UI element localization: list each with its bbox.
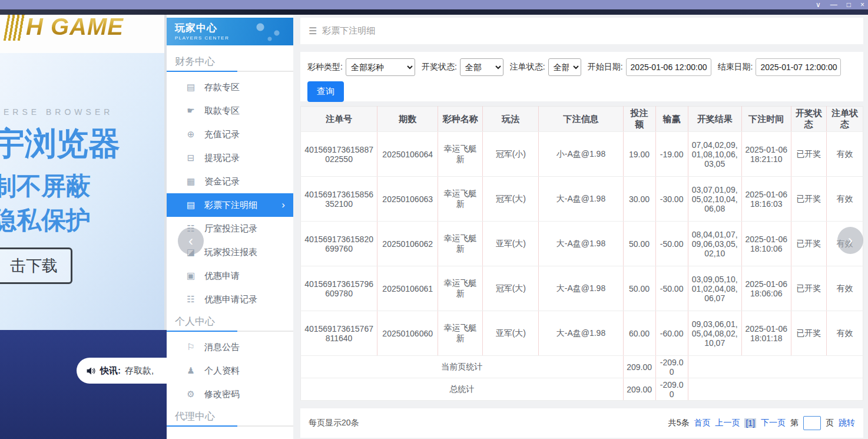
top-dark-strip bbox=[0, 9, 868, 15]
cell: 2025-01-06 18:01:18 bbox=[741, 311, 791, 356]
breadcrumb: ☰ 彩票下注明细 bbox=[300, 18, 863, 44]
promo-record-icon: ☷ bbox=[185, 294, 196, 305]
jump-page-input[interactable] bbox=[803, 416, 821, 430]
download-button[interactable]: 击下载 bbox=[0, 247, 72, 284]
bet-detail-icon: ▤ bbox=[185, 200, 196, 210]
sidebar-item[interactable]: ☷优惠申请记录 bbox=[167, 288, 293, 311]
current-page-indicator: [1] bbox=[744, 418, 756, 428]
cell: 有效 bbox=[826, 177, 863, 222]
cell: 冠军(小) bbox=[483, 132, 539, 177]
draw-status-label: 开奖状态: bbox=[422, 62, 457, 72]
cell: 亚军(大) bbox=[483, 222, 539, 266]
withdraw-icon: ⊟ bbox=[185, 153, 196, 163]
hamburger-menu-icon[interactable]: ☰ bbox=[309, 25, 317, 37]
bell-icon: ⚐ bbox=[185, 342, 196, 352]
card-icon: ▤ bbox=[185, 82, 196, 93]
cell: -50.00 bbox=[655, 222, 688, 266]
sidebar-item[interactable]: ▤存款专区 bbox=[167, 75, 293, 99]
cell: 2025-01-06 18:10:06 bbox=[741, 222, 791, 266]
draw-status-select[interactable]: 全部 bbox=[460, 58, 503, 76]
cell: 幸运飞艇新 bbox=[438, 177, 483, 222]
sidebar-item[interactable]: ▤彩票下注明细› bbox=[167, 193, 293, 217]
cell: 20250106064 bbox=[377, 132, 438, 177]
start-date-input[interactable] bbox=[626, 58, 711, 76]
jump-button[interactable]: 跳转 bbox=[839, 418, 855, 428]
query-button[interactable]: 查询 bbox=[307, 81, 344, 102]
news-ticker: 快讯: 存取款, bbox=[77, 358, 177, 384]
cell: -30.00 bbox=[655, 177, 688, 222]
sidebar-item[interactable]: ⊕充值记录 bbox=[167, 123, 293, 146]
column-header: 彩种名称 bbox=[438, 107, 483, 132]
cell: 有效 bbox=[826, 311, 863, 356]
cell: -50.00 bbox=[655, 266, 688, 311]
ad-line2: 隐私保护 bbox=[0, 204, 91, 237]
logo-text: H GAME bbox=[26, 14, 124, 40]
cell: 401569173615796609780 bbox=[301, 266, 377, 311]
page-dark-footer bbox=[0, 330, 167, 439]
cell: 20250106062 bbox=[377, 222, 438, 266]
sidebar-item[interactable]: ☛取款专区 bbox=[167, 99, 293, 123]
cell: 401569173615767811640 bbox=[301, 311, 377, 356]
end-date-input[interactable] bbox=[756, 58, 841, 76]
minimize-icon[interactable]: — bbox=[830, 1, 837, 9]
bet-table-card: 注单号期数彩种名称玩法下注信息投注额输赢开奖结果下注时间开奖状态注单状态4015… bbox=[300, 106, 863, 401]
cell: -19.00 bbox=[655, 132, 688, 177]
sidebar-item-label: 个人资料 bbox=[204, 365, 240, 377]
cell: 大-A盘@1.98 bbox=[539, 222, 623, 266]
sidebar-header: 玩家中心 PLAYERS CENTER bbox=[167, 18, 293, 45]
close-icon[interactable]: × bbox=[860, 1, 864, 9]
cell: 20250106061 bbox=[377, 266, 438, 311]
filter-panel: 彩种类型: 全部彩种 开奖状态: 全部 注单状态: 全部 开始日期: 结束日期:… bbox=[300, 52, 863, 101]
cell: 2025-01-06 18:16:03 bbox=[741, 177, 791, 222]
cell: 401569173615856352100 bbox=[301, 177, 377, 222]
summary-bet-total: 209.00 bbox=[623, 378, 655, 401]
scroll-next-button[interactable]: › bbox=[837, 227, 863, 254]
sidebar-item[interactable]: ♟个人资料 bbox=[167, 359, 293, 382]
chevron-down-icon[interactable]: ∨ bbox=[816, 1, 821, 9]
prev-page-link[interactable]: 上一页 bbox=[715, 418, 740, 428]
order-status-select[interactable]: 全部 bbox=[548, 58, 581, 76]
sidebar-item-label: 优惠申请记录 bbox=[204, 294, 257, 305]
cell: 20250106060 bbox=[377, 311, 438, 356]
cell: 已开奖 bbox=[791, 222, 826, 266]
grand-summary-row: 总统计209.00-209.00 bbox=[301, 378, 863, 401]
next-page-link[interactable]: 下一页 bbox=[761, 418, 786, 428]
cell: 60.00 bbox=[623, 311, 655, 356]
section-underline bbox=[167, 425, 293, 427]
column-header: 下注时间 bbox=[741, 107, 791, 132]
summary-label: 总统计 bbox=[301, 378, 624, 401]
first-page-link[interactable]: 首页 bbox=[694, 418, 710, 428]
lottery-type-select[interactable]: 全部彩种 bbox=[346, 58, 415, 76]
main-content: ☰ 彩票下注明细 彩种类型: 全部彩种 开奖状态: 全部 注单状态: 全部 开始… bbox=[293, 14, 868, 439]
sidebar-item[interactable]: ⊟提现记录 bbox=[167, 146, 293, 170]
cell: 401569173615820699760 bbox=[301, 222, 377, 266]
sidebar-item[interactable]: ▣优惠申请 bbox=[167, 264, 293, 288]
sidebar-item[interactable]: ⚐消息公告 bbox=[167, 335, 293, 359]
sidebar-item-label: 消息公告 bbox=[204, 342, 240, 353]
sidebar-item-label: 提现记录 bbox=[204, 153, 240, 164]
summary-bet-total: 209.00 bbox=[623, 356, 655, 378]
ticker-label: 快讯: bbox=[100, 365, 121, 377]
hand-cash-icon: ☛ bbox=[185, 105, 196, 116]
column-header: 输赢 bbox=[655, 107, 688, 132]
cell: 03,07,01,09,05,02,10,04,06,08 bbox=[688, 177, 741, 222]
cell: 大-A盘@1.98 bbox=[539, 311, 623, 356]
scroll-prev-button[interactable]: ‹ bbox=[178, 227, 204, 255]
section-underline bbox=[167, 71, 293, 72]
cell: 07,04,02,09,01,08,10,06,03,05 bbox=[688, 132, 741, 177]
cell: 2025-01-06 18:21:10 bbox=[741, 132, 791, 177]
sidebar-item[interactable]: ⚙修改密码 bbox=[167, 382, 293, 406]
sidebar-item[interactable]: ▦资金记录 bbox=[167, 170, 293, 193]
maximize-icon[interactable]: □ bbox=[847, 1, 851, 9]
section-underline bbox=[167, 331, 293, 332]
total-count-text: 共5条 bbox=[668, 418, 690, 428]
gear-icon: ⚙ bbox=[185, 389, 196, 400]
section-title: 代理中心 bbox=[167, 406, 293, 425]
ad-tagline: ERSE BROWSER bbox=[4, 107, 113, 117]
jump-label-pre: 第 bbox=[790, 418, 799, 428]
cell: 03,09,05,10,01,02,04,08,06,07 bbox=[688, 266, 741, 311]
column-header: 开奖状态 bbox=[791, 107, 826, 132]
column-header: 开奖结果 bbox=[688, 107, 741, 132]
sidebar-item-label: 玩家投注报表 bbox=[204, 247, 257, 258]
cell: 已开奖 bbox=[791, 311, 826, 356]
